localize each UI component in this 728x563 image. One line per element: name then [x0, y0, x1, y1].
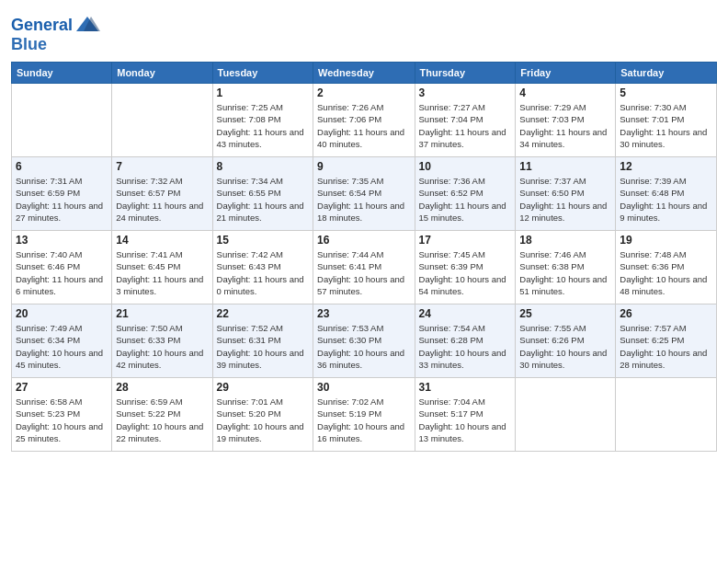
day-number: 22 [217, 307, 309, 320]
day-number: 30 [317, 381, 411, 394]
day-cell: 23Sunrise: 7:53 AM Sunset: 6:30 PM Dayli… [313, 304, 415, 378]
day-info: Sunrise: 7:30 AM Sunset: 7:01 PM Dayligh… [620, 101, 712, 150]
day-info: Sunrise: 7:42 AM Sunset: 6:43 PM Dayligh… [217, 248, 309, 297]
day-number: 2 [317, 86, 411, 99]
logo-icon [74, 13, 100, 39]
day-cell: 2Sunrise: 7:26 AM Sunset: 7:06 PM Daylig… [313, 84, 415, 157]
day-number: 7 [116, 160, 208, 173]
day-info: Sunrise: 7:41 AM Sunset: 6:45 PM Dayligh… [116, 248, 208, 297]
day-cell: 19Sunrise: 7:48 AM Sunset: 6:36 PM Dayli… [616, 231, 717, 304]
day-number: 4 [519, 86, 611, 99]
day-number: 20 [16, 307, 108, 320]
weekday-header-monday: Monday [112, 63, 212, 84]
day-info: Sunrise: 7:26 AM Sunset: 7:06 PM Dayligh… [317, 101, 411, 150]
weekday-header-wednesday: Wednesday [313, 63, 415, 84]
day-info: Sunrise: 7:50 AM Sunset: 6:33 PM Dayligh… [116, 322, 208, 371]
day-number: 26 [620, 307, 712, 320]
day-info: Sunrise: 7:46 AM Sunset: 6:38 PM Dayligh… [519, 248, 611, 297]
day-info: Sunrise: 7:01 AM Sunset: 5:20 PM Dayligh… [217, 396, 309, 444]
page-container: General Blue SundayMondayTuesdayWednesda… [0, 0, 728, 563]
day-info: Sunrise: 7:25 AM Sunset: 7:08 PM Dayligh… [217, 101, 309, 150]
day-info: Sunrise: 7:40 AM Sunset: 6:46 PM Dayligh… [16, 248, 108, 297]
day-number: 3 [419, 86, 512, 99]
day-cell: 18Sunrise: 7:46 AM Sunset: 6:38 PM Dayli… [516, 231, 616, 304]
day-number: 6 [16, 160, 108, 173]
day-number: 13 [16, 234, 108, 247]
week-row-2: 6Sunrise: 7:31 AM Sunset: 6:59 PM Daylig… [12, 157, 717, 231]
day-cell [112, 84, 212, 157]
day-number: 10 [419, 160, 512, 173]
day-number: 25 [519, 307, 611, 320]
weekday-header-row: SundayMondayTuesdayWednesdayThursdayFrid… [12, 63, 717, 84]
day-info: Sunrise: 7:55 AM Sunset: 6:26 PM Dayligh… [519, 322, 611, 371]
week-row-1: 1Sunrise: 7:25 AM Sunset: 7:08 PM Daylig… [12, 84, 717, 157]
day-info: Sunrise: 7:02 AM Sunset: 5:19 PM Dayligh… [317, 396, 411, 444]
weekday-header-sunday: Sunday [12, 63, 112, 84]
day-number: 24 [419, 307, 512, 320]
day-cell: 21Sunrise: 7:50 AM Sunset: 6:33 PM Dayli… [112, 304, 212, 378]
day-info: Sunrise: 7:45 AM Sunset: 6:39 PM Dayligh… [419, 248, 512, 297]
day-number: 21 [116, 307, 208, 320]
day-cell: 17Sunrise: 7:45 AM Sunset: 6:39 PM Dayli… [415, 231, 516, 304]
day-cell: 6Sunrise: 7:31 AM Sunset: 6:59 PM Daylig… [12, 157, 112, 231]
day-number: 23 [317, 307, 411, 320]
day-cell: 25Sunrise: 7:55 AM Sunset: 6:26 PM Dayli… [516, 304, 616, 378]
weekday-header-tuesday: Tuesday [212, 63, 313, 84]
day-info: Sunrise: 7:57 AM Sunset: 6:25 PM Dayligh… [620, 322, 712, 371]
day-cell: 27Sunrise: 6:58 AM Sunset: 5:23 PM Dayli… [12, 378, 112, 452]
day-cell: 16Sunrise: 7:44 AM Sunset: 6:41 PM Dayli… [313, 231, 415, 304]
day-cell: 29Sunrise: 7:01 AM Sunset: 5:20 PM Dayli… [212, 378, 313, 452]
day-number: 17 [419, 234, 512, 247]
day-info: Sunrise: 7:49 AM Sunset: 6:34 PM Dayligh… [16, 322, 108, 371]
day-number: 9 [317, 160, 411, 173]
day-info: Sunrise: 7:48 AM Sunset: 6:36 PM Dayligh… [620, 248, 712, 297]
day-cell: 3Sunrise: 7:27 AM Sunset: 7:04 PM Daylig… [415, 84, 516, 157]
day-cell [12, 84, 112, 157]
day-cell: 22Sunrise: 7:52 AM Sunset: 6:31 PM Dayli… [212, 304, 313, 378]
day-info: Sunrise: 7:53 AM Sunset: 6:30 PM Dayligh… [317, 322, 411, 371]
day-cell [616, 378, 717, 452]
week-row-4: 20Sunrise: 7:49 AM Sunset: 6:34 PM Dayli… [12, 304, 717, 378]
day-info: Sunrise: 7:36 AM Sunset: 6:52 PM Dayligh… [419, 175, 512, 224]
day-info: Sunrise: 7:44 AM Sunset: 6:41 PM Dayligh… [317, 248, 411, 297]
day-cell: 30Sunrise: 7:02 AM Sunset: 5:19 PM Dayli… [313, 378, 415, 452]
day-info: Sunrise: 7:34 AM Sunset: 6:55 PM Dayligh… [217, 175, 309, 224]
calendar: SundayMondayTuesdayWednesdayThursdayFrid… [11, 62, 717, 452]
day-info: Sunrise: 7:31 AM Sunset: 6:59 PM Dayligh… [16, 175, 108, 224]
day-number: 11 [519, 160, 611, 173]
header: General Blue [11, 9, 717, 54]
day-info: Sunrise: 7:37 AM Sunset: 6:50 PM Dayligh… [519, 175, 611, 224]
day-number: 12 [620, 160, 712, 173]
weekday-header-friday: Friday [516, 63, 616, 84]
day-number: 19 [620, 234, 712, 247]
day-cell: 31Sunrise: 7:04 AM Sunset: 5:17 PM Dayli… [415, 378, 516, 452]
day-cell: 5Sunrise: 7:30 AM Sunset: 7:01 PM Daylig… [616, 84, 717, 157]
day-cell: 11Sunrise: 7:37 AM Sunset: 6:50 PM Dayli… [516, 157, 616, 231]
day-info: Sunrise: 6:58 AM Sunset: 5:23 PM Dayligh… [16, 396, 108, 444]
day-number: 28 [116, 381, 208, 394]
logo-text: General [11, 17, 73, 35]
day-info: Sunrise: 7:52 AM Sunset: 6:31 PM Dayligh… [217, 322, 309, 371]
day-cell: 14Sunrise: 7:41 AM Sunset: 6:45 PM Dayli… [112, 231, 212, 304]
day-number: 27 [16, 381, 108, 394]
day-number: 14 [116, 234, 208, 247]
day-cell: 9Sunrise: 7:35 AM Sunset: 6:54 PM Daylig… [313, 157, 415, 231]
day-number: 16 [317, 234, 411, 247]
logo: General Blue [11, 13, 100, 54]
day-info: Sunrise: 7:27 AM Sunset: 7:04 PM Dayligh… [419, 101, 512, 150]
weekday-header-saturday: Saturday [616, 63, 717, 84]
day-number: 8 [217, 160, 309, 173]
week-row-5: 27Sunrise: 6:58 AM Sunset: 5:23 PM Dayli… [12, 378, 717, 452]
day-cell: 7Sunrise: 7:32 AM Sunset: 6:57 PM Daylig… [112, 157, 212, 231]
day-number: 31 [419, 381, 512, 394]
day-cell [516, 378, 616, 452]
day-cell: 1Sunrise: 7:25 AM Sunset: 7:08 PM Daylig… [212, 84, 313, 157]
day-cell: 8Sunrise: 7:34 AM Sunset: 6:55 PM Daylig… [212, 157, 313, 231]
day-number: 15 [217, 234, 309, 247]
day-number: 1 [217, 86, 309, 99]
week-row-3: 13Sunrise: 7:40 AM Sunset: 6:46 PM Dayli… [12, 231, 717, 304]
day-number: 18 [519, 234, 611, 247]
day-cell: 10Sunrise: 7:36 AM Sunset: 6:52 PM Dayli… [415, 157, 516, 231]
day-info: Sunrise: 7:39 AM Sunset: 6:48 PM Dayligh… [620, 175, 712, 224]
day-info: Sunrise: 7:29 AM Sunset: 7:03 PM Dayligh… [519, 101, 611, 150]
